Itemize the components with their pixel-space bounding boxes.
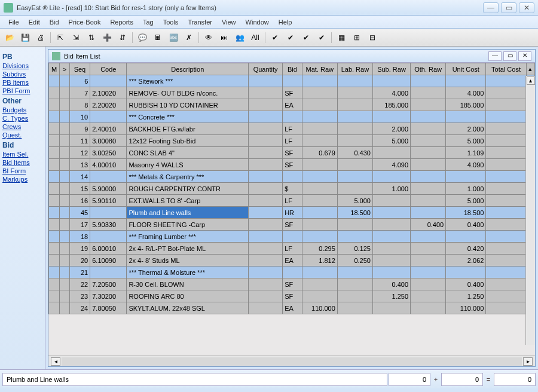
cell[interactable]: 0.679	[302, 147, 337, 159]
cell[interactable]	[60, 255, 69, 267]
cell[interactable]: 5.90110	[90, 195, 127, 207]
column-header[interactable]: >	[60, 63, 69, 75]
cell[interactable]	[486, 219, 526, 231]
cell[interactable]	[60, 207, 69, 219]
cell[interactable]	[302, 219, 337, 231]
cell[interactable]: 6.10090	[90, 255, 127, 267]
table-row[interactable]: 247.80050SKYLT.ALUM. 22x48 SGLEA110.0001…	[49, 302, 535, 314]
scroll-right-button[interactable]: ▸	[523, 357, 533, 366]
cell[interactable]	[372, 219, 410, 231]
cell[interactable]: 14	[69, 171, 90, 183]
cell[interactable]	[486, 278, 526, 290]
cell[interactable]: 3.00080	[90, 135, 127, 147]
cell[interactable]	[60, 278, 69, 290]
cell[interactable]	[372, 267, 410, 278]
cell[interactable]	[249, 243, 283, 255]
toolbar-button-10[interactable]: 💬	[136, 32, 148, 44]
cell[interactable]	[60, 267, 69, 278]
cell[interactable]: 5.90330	[90, 219, 127, 231]
cell[interactable]	[486, 171, 526, 183]
toolbar-button-1[interactable]: 💾	[19, 32, 31, 44]
cell[interactable]: SF	[283, 159, 302, 171]
cell[interactable]: SF	[283, 219, 302, 231]
cell[interactable]: SF	[283, 147, 302, 159]
cell[interactable]	[249, 111, 283, 123]
toolbar-button-12[interactable]: 🔤	[167, 32, 179, 44]
cell[interactable]	[49, 75, 60, 87]
cell[interactable]	[90, 267, 127, 278]
cell[interactable]	[90, 171, 127, 183]
cell[interactable]	[283, 75, 302, 87]
cell[interactable]	[302, 123, 337, 135]
toolbar-button-21[interactable]: ✔	[285, 32, 296, 44]
cell[interactable]	[49, 267, 60, 278]
cell[interactable]	[486, 302, 526, 314]
cell[interactable]	[337, 75, 372, 87]
cell[interactable]	[49, 111, 60, 123]
cell[interactable]: 2.10020	[90, 87, 127, 99]
toolbar-button-8[interactable]: ⇵	[117, 32, 129, 44]
toolbar-button-22[interactable]: ✔	[300, 32, 312, 44]
cell[interactable]	[90, 207, 127, 219]
cell[interactable]	[372, 111, 410, 123]
cell[interactable]: *** Framing Lumber ***	[127, 231, 249, 243]
table-row[interactable]: 45Plumb and Line wallsHR18.50018.500	[49, 207, 535, 219]
toolbar-button-16[interactable]: ⏭	[218, 32, 230, 44]
cell[interactable]	[372, 231, 410, 243]
table-row[interactable]: 155.90000ROUGH CARPENTRY CONTR$1.0001.00…	[49, 183, 535, 195]
cell[interactable]	[302, 278, 337, 290]
cell[interactable]: 2.20020	[90, 99, 127, 111]
cell[interactable]: 0.400	[411, 219, 446, 231]
cell[interactable]	[302, 159, 337, 171]
toolbar-button-20[interactable]: ✔	[269, 32, 281, 44]
cell[interactable]	[249, 290, 283, 302]
cell[interactable]	[249, 75, 283, 87]
table-row[interactable]: 165.90110EXT.WALLS TO 8' -CarpLF5.0005.0…	[49, 195, 535, 207]
cell[interactable]	[60, 123, 69, 135]
cell[interactable]	[411, 147, 446, 159]
cell[interactable]	[337, 87, 372, 99]
cell[interactable]: EA	[283, 302, 302, 314]
cell[interactable]: 4.000	[446, 87, 486, 99]
cell[interactable]	[249, 135, 283, 147]
cell[interactable]	[302, 171, 337, 183]
cell[interactable]: 2.062	[446, 255, 486, 267]
toolbar-button-11[interactable]: 🖩	[152, 32, 164, 44]
table-row[interactable]: 175.90330FLOOR SHEETING -CarpSF0.4000.40…	[49, 219, 535, 231]
cell[interactable]	[337, 219, 372, 231]
menu-edit[interactable]: Edit	[24, 17, 45, 27]
table-row[interactable]: 92.40010BACKHOE FTG.w/labrLF2.0002.000	[49, 123, 535, 135]
cell[interactable]	[372, 75, 410, 87]
cell[interactable]	[60, 135, 69, 147]
cell[interactable]	[49, 290, 60, 302]
column-header[interactable]: Description	[127, 63, 249, 75]
cell[interactable]	[486, 123, 526, 135]
cell[interactable]	[411, 195, 446, 207]
cell[interactable]: 18.500	[337, 207, 372, 219]
toolbar-button-23[interactable]: ✔	[316, 32, 328, 44]
cell[interactable]	[446, 231, 486, 243]
scrollbar-track[interactable]	[62, 357, 522, 366]
cell[interactable]	[60, 195, 69, 207]
cell[interactable]	[49, 207, 60, 219]
cell[interactable]	[486, 75, 526, 87]
cell[interactable]: 0.400	[446, 219, 486, 231]
cell[interactable]	[60, 243, 69, 255]
cell[interactable]	[486, 159, 526, 171]
cell[interactable]	[49, 231, 60, 243]
cell[interactable]: BACKHOE FTG.w/labr	[127, 123, 249, 135]
cell[interactable]: 3.00250	[90, 147, 127, 159]
vertical-scrollbar[interactable]: ▴	[525, 76, 535, 345]
sidebar-link-other-2[interactable]: Crews	[2, 123, 42, 130]
cell[interactable]: ROUGH CARPENTRY CONTR	[127, 183, 249, 195]
scroll-up-button[interactable]: ▴	[527, 76, 535, 85]
cell[interactable]: SKYLT.ALUM. 22x48 SGL	[127, 302, 249, 314]
cell[interactable]	[60, 302, 69, 314]
cell[interactable]	[486, 243, 526, 255]
cell[interactable]	[302, 290, 337, 302]
menu-transfer[interactable]: Transfer	[183, 17, 217, 27]
column-header[interactable]: Oth. Raw	[411, 63, 446, 75]
cell[interactable]	[411, 135, 446, 147]
cell[interactable]	[337, 159, 372, 171]
cell[interactable]	[411, 243, 446, 255]
